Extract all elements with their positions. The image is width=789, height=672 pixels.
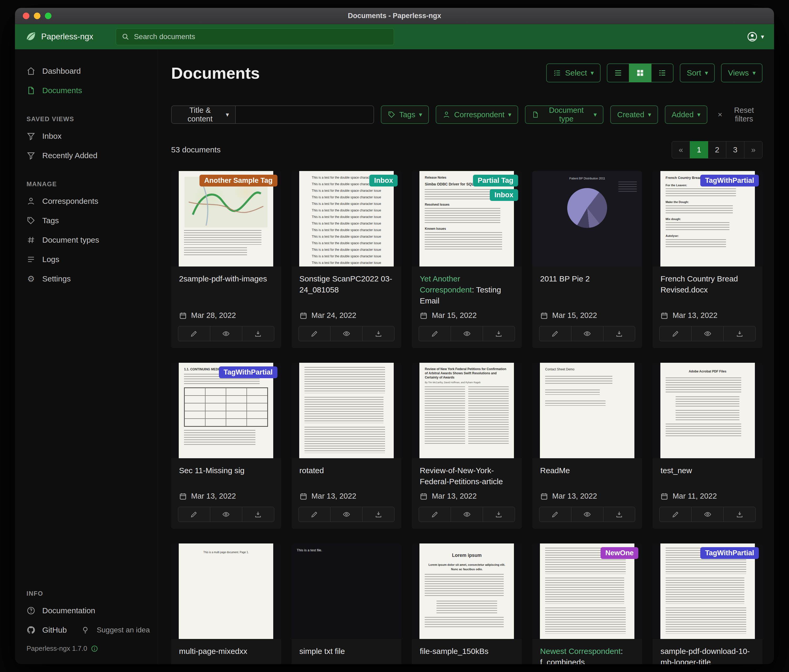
tag-chip[interactable]: Inbox bbox=[369, 175, 398, 186]
document-correspondent[interactable]: Yet Another Correspondent bbox=[420, 274, 472, 294]
document-thumbnail[interactable]: 1.1. CONTINUING MEDICAL EDUCATagWithPart… bbox=[171, 363, 281, 458]
download-button[interactable] bbox=[603, 326, 636, 341]
tag-chip[interactable]: TagWithPartial bbox=[700, 547, 759, 559]
brand-logo[interactable]: Paperless-ngx bbox=[25, 31, 93, 43]
document-title[interactable]: test_new bbox=[660, 465, 755, 476]
view-button[interactable] bbox=[692, 507, 724, 522]
edit-button[interactable] bbox=[299, 507, 331, 522]
document-thumbnail[interactable]: Review of New York Federal Petitions for… bbox=[412, 363, 522, 458]
list-view-button[interactable] bbox=[607, 64, 629, 82]
tag-chip[interactable]: NewOne bbox=[601, 547, 638, 559]
document-thumbnail[interactable]: NewOne bbox=[532, 543, 642, 639]
download-button[interactable] bbox=[242, 507, 274, 522]
document-title[interactable]: sample-pdf-download-10-mb-longer-title bbox=[660, 646, 755, 664]
sidebar-item-correspondents[interactable]: Correspondents bbox=[15, 191, 158, 211]
document-thumbnail[interactable]: Adobe Acrobat PDF Files bbox=[653, 363, 762, 458]
tag-chip[interactable]: Partial Tag bbox=[473, 175, 518, 186]
title-content-dropdown[interactable]: Title & content ▾ bbox=[171, 105, 236, 124]
tag-chip[interactable]: TagWithPartial bbox=[219, 366, 278, 378]
document-thumbnail[interactable]: This is a multi page document. Page 1. bbox=[171, 543, 281, 639]
edit-button[interactable] bbox=[418, 507, 451, 522]
download-button[interactable] bbox=[724, 507, 755, 522]
document-thumbnail[interactable]: French Country BreadFor the Leaven:Make … bbox=[653, 171, 762, 266]
sidebar-item-tags[interactable]: Tags bbox=[15, 211, 158, 230]
view-button[interactable] bbox=[451, 507, 483, 522]
document-type-filter-button[interactable]: Document type ▾ bbox=[525, 105, 604, 124]
view-button[interactable] bbox=[330, 326, 363, 341]
document-title[interactable]: file-sample_150kBs bbox=[420, 646, 514, 657]
document-thumbnail[interactable]: This is a test for the double space char… bbox=[292, 171, 402, 266]
document-title[interactable]: Sonstige ScanPC2022 03-24_081058 bbox=[299, 273, 394, 295]
info-circle-icon[interactable] bbox=[91, 645, 98, 652]
document-title[interactable]: French Country Bread Revised.docx bbox=[660, 273, 755, 295]
document-title[interactable]: multi-page-mixedxx bbox=[179, 646, 273, 657]
document-correspondent[interactable]: Newest Correspondent bbox=[540, 647, 621, 656]
edit-button[interactable] bbox=[178, 326, 210, 341]
sidebar-item-logs[interactable]: Logs bbox=[15, 250, 158, 269]
pagination-page-1[interactable]: 1 bbox=[690, 141, 708, 158]
edit-button[interactable] bbox=[539, 507, 572, 522]
tag-chip[interactable]: Another Sample Tag bbox=[200, 175, 278, 186]
select-button[interactable]: Select ▾ bbox=[546, 64, 601, 82]
title-content-input[interactable] bbox=[236, 105, 374, 124]
sidebar-item-documentation[interactable]: Documentation bbox=[15, 601, 107, 620]
edit-button[interactable] bbox=[659, 326, 692, 341]
document-thumbnail[interactable]: Another Sample Tag bbox=[171, 171, 281, 266]
sidebar-item-document-types[interactable]: Document types bbox=[15, 230, 158, 250]
sidebar-item-github[interactable]: GitHub bbox=[15, 620, 69, 640]
tag-chip[interactable]: TagWithPartial bbox=[700, 175, 759, 186]
document-title[interactable]: Yet Another Correspondent: Testing Email bbox=[420, 273, 514, 306]
view-button[interactable] bbox=[451, 326, 483, 341]
sidebar-item-documents[interactable]: Documents bbox=[15, 81, 158, 100]
zoom-window-button[interactable] bbox=[45, 13, 51, 19]
document-title[interactable]: simple txt file bbox=[299, 646, 394, 657]
sidebar-item-settings[interactable]: ⚙ Settings bbox=[15, 269, 158, 288]
document-thumbnail[interactable] bbox=[292, 363, 402, 458]
document-title[interactable]: Newest Correspondent: f_combineds bbox=[540, 646, 634, 664]
document-title[interactable]: Review-of-New-York-Federal-Petitions-art… bbox=[420, 465, 514, 487]
document-thumbnail[interactable]: Release NotesSimba ODBC Driver for SQL S… bbox=[412, 171, 522, 266]
sort-button[interactable]: Sort ▾ bbox=[680, 64, 715, 82]
sidebar-item-inbox[interactable]: Inbox bbox=[15, 126, 158, 146]
view-button[interactable] bbox=[571, 507, 604, 522]
download-button[interactable] bbox=[362, 507, 394, 522]
view-button[interactable] bbox=[330, 507, 363, 522]
download-button[interactable] bbox=[242, 326, 274, 341]
download-button[interactable] bbox=[724, 326, 755, 341]
user-menu-button[interactable]: ▾ bbox=[747, 31, 764, 42]
tags-filter-button[interactable]: Tags ▾ bbox=[381, 105, 429, 124]
edit-button[interactable] bbox=[659, 507, 692, 522]
pagination-next-button[interactable]: » bbox=[744, 141, 762, 158]
created-filter-button[interactable]: Created ▾ bbox=[610, 105, 658, 124]
details-view-button[interactable] bbox=[651, 64, 674, 82]
document-thumbnail[interactable]: This is a test file. bbox=[292, 543, 402, 639]
document-thumbnail[interactable]: Contact Sheet Demo bbox=[532, 363, 642, 458]
close-window-button[interactable] bbox=[23, 13, 29, 19]
document-thumbnail[interactable]: TagWithPartial bbox=[653, 543, 762, 639]
document-title[interactable]: ReadMe bbox=[540, 465, 634, 476]
edit-button[interactable] bbox=[299, 326, 331, 341]
edit-button[interactable] bbox=[178, 507, 210, 522]
download-button[interactable] bbox=[603, 507, 636, 522]
view-button[interactable] bbox=[210, 326, 242, 341]
sidebar-item-suggest-idea[interactable]: Suggest an idea bbox=[69, 620, 152, 640]
tag-chip[interactable]: Inbox bbox=[490, 189, 518, 201]
correspondent-filter-button[interactable]: Correspondent ▾ bbox=[436, 105, 518, 124]
reset-filters-button[interactable]: × Reset filters bbox=[718, 106, 762, 123]
views-button[interactable]: Views ▾ bbox=[721, 64, 762, 82]
document-title[interactable]: Sec 11-Missing sig bbox=[179, 465, 273, 476]
pagination-page-2[interactable]: 2 bbox=[708, 141, 726, 158]
edit-button[interactable] bbox=[539, 326, 572, 341]
view-button[interactable] bbox=[571, 326, 604, 341]
grid-view-button[interactable] bbox=[629, 64, 652, 82]
download-button[interactable] bbox=[483, 507, 515, 522]
download-button[interactable] bbox=[483, 326, 515, 341]
minimize-window-button[interactable] bbox=[34, 13, 40, 19]
pagination-page-3[interactable]: 3 bbox=[726, 141, 744, 158]
download-button[interactable] bbox=[362, 326, 394, 341]
search-input[interactable] bbox=[134, 32, 388, 41]
sidebar-item-recently-added[interactable]: Recently Added bbox=[15, 146, 158, 165]
sidebar-item-dashboard[interactable]: Dashboard bbox=[15, 61, 158, 81]
view-button[interactable] bbox=[210, 507, 242, 522]
view-button[interactable] bbox=[692, 326, 724, 341]
